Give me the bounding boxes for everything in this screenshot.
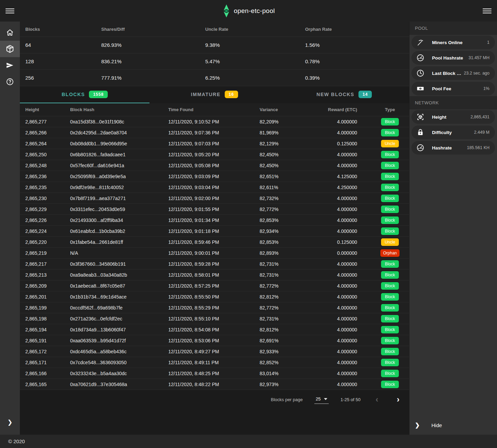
block-height: 2,865,194	[20, 327, 65, 332]
table-row: 2,865,194 0x18d734a9...13b6060f47 12/11/…	[20, 324, 409, 335]
block-height: 2,865,235	[20, 185, 65, 190]
block-time-found: 12/11/2020, 9:05:08 PM	[163, 163, 254, 168]
block-hash[interactable]: N/A	[65, 250, 163, 256]
tab-immature[interactable]: IMMATURE 16	[149, 86, 279, 103]
block-height: 2,865,250	[20, 152, 65, 157]
block-hash[interactable]: 0x3233243e...b5a4aa30dc	[65, 371, 163, 376]
block-hash[interactable]: 0x1b31b734...69c1d45ace	[65, 294, 163, 300]
block-variance: 82,611%	[254, 185, 311, 190]
right-sidebar: POOL Miners Online 1 Pool Hashrate 31.45…	[409, 22, 497, 435]
block-reward: 4.000000	[311, 327, 371, 332]
sidebar-item-help[interactable]	[0, 74, 20, 90]
sidebar-item-payments[interactable]	[0, 57, 20, 74]
table-row: 2,865,166 0x3233243e...b5a4aa30dc 12/11/…	[20, 368, 409, 379]
block-reward: 4.000000	[311, 316, 371, 321]
stats-header: Uncle Rate	[200, 27, 300, 32]
block-hash[interactable]: 0x21493300...af2ff9ba34	[65, 218, 163, 223]
block-type-chip: Block	[381, 326, 399, 333]
table-row: 2,865,219 N/A 12/11/2020, 9:00:01 PM 82,…	[20, 248, 409, 259]
block-hash[interactable]: 0x9df2e98e...811fc40052	[65, 185, 163, 190]
sidebar-item-home[interactable]	[0, 24, 20, 41]
block-variance: 82,450%	[254, 163, 311, 168]
next-page-button[interactable]: ›	[393, 395, 403, 404]
block-variance: 82,933%	[254, 349, 311, 354]
block-variance: 82,772%	[254, 207, 311, 212]
block-hash[interactable]: 0x2dc4295d...2dae0a8704	[65, 130, 163, 135]
block-hash[interactable]: 0x271a236c...0efcfdf2ec	[65, 316, 163, 321]
stat-value: 1	[485, 40, 489, 45]
block-hash[interactable]: 0x18d734a9...13b6060f47	[65, 327, 163, 332]
stats-row: 256777.91%6.25%0.39%	[20, 70, 409, 86]
blocks-table: HeightBlock HashTime FoundVarianceReward…	[20, 103, 409, 390]
block-time-found: 12/11/2020, 8:57:25 PM	[163, 283, 254, 289]
block-hash[interactable]: 0x7b8f7199...aea377a271	[65, 196, 163, 201]
stats-cell: 6.25%	[200, 75, 300, 81]
block-hash[interactable]: 0x1fabe54a...2661de81ff	[65, 239, 163, 245]
sidebar-item-blocks[interactable]	[0, 41, 20, 57]
left-menu-icon[interactable]	[5, 6, 14, 15]
hide-sidebar-button[interactable]: ❯ Hide	[409, 416, 497, 435]
blocks-tabs: BLOCKS 1558 IMMATURE 16 NEW BLOCKS 14	[20, 86, 409, 103]
block-hash[interactable]: 0x3f367660...345806b191	[65, 261, 163, 267]
stats-row: 64826.93%9.38%1.56%	[20, 37, 409, 53]
stats-cell: 0.39%	[300, 75, 409, 81]
block-type-chip: Block	[381, 227, 399, 235]
help-icon	[6, 78, 14, 86]
block-height: 2,865,201	[20, 294, 65, 300]
block-hash[interactable]: 0xaa063539...b95d41d72f	[65, 338, 163, 343]
sidebar-expand-button[interactable]: ❯	[0, 414, 20, 431]
block-type-cell: Block	[371, 381, 409, 388]
block-time-found: 12/11/2020, 8:55:10 PM	[163, 316, 254, 321]
block-time-found: 12/11/2020, 8:59:46 PM	[163, 239, 254, 245]
block-hash[interactable]: 0xb08dd0b1...99e066d95e	[65, 141, 163, 146]
block-height: 2,865,277	[20, 119, 65, 124]
block-variance: 82,772%	[254, 283, 311, 289]
block-hash[interactable]: 0x61eabfcd...1b0cba39b2	[65, 228, 163, 234]
block-type-chip: Block	[381, 293, 399, 301]
gauge-icon	[416, 54, 424, 62]
stat-label: Height	[432, 115, 446, 120]
block-hash[interactable]: 0x25095f69...a0d39e9e5a	[65, 174, 163, 179]
block-hash[interactable]: 0x1aebeca8...8f67c05e87	[65, 283, 163, 289]
left-sidebar: ❯	[0, 22, 20, 435]
block-reward: 4.000000	[311, 152, 371, 157]
block-type-chip: Uncle	[381, 140, 399, 147]
table-row: 2,865,266 0x2dc4295d...2dae0a8704 12/11/…	[20, 127, 409, 138]
send-icon	[5, 61, 14, 70]
main-content: BlocksShares/DiffUncle RateOrphan Rate64…	[20, 22, 409, 435]
cube-scan-icon	[416, 113, 424, 121]
tab-blocks[interactable]: BLOCKS 1558	[20, 86, 149, 103]
pool-stats-list: Miners Online 1 Pool Hashrate 31.457 MH …	[409, 35, 497, 96]
block-hash[interactable]: 0x6b801826...fa9adcaee1	[65, 152, 163, 157]
block-hash[interactable]: 0xa9a8eab3...03a340a82b	[65, 272, 163, 278]
block-hash[interactable]: 0x3311efec...20453d0e59	[65, 207, 163, 212]
block-height: 2,865,198	[20, 316, 65, 321]
block-type-cell: Block	[371, 282, 409, 290]
block-type-chip: Block	[381, 271, 399, 279]
block-hash[interactable]: 0xdc465d5a...a58beb436c	[65, 349, 163, 354]
block-hash[interactable]: 0x57fec60f...da616e941a	[65, 163, 163, 168]
block-hash[interactable]: 0xccdf562f...69a698b7fe	[65, 305, 163, 311]
block-reward: 4.000000	[311, 272, 371, 278]
block-type-cell: Block	[371, 216, 409, 224]
right-menu-icon[interactable]	[483, 6, 492, 15]
tab-new-blocks[interactable]: NEW BLOCKS 14	[279, 86, 409, 103]
table-row: 2,865,248 0x57fec60f...da616e941a 12/11/…	[20, 160, 409, 171]
app-logo-title: open-etc-pool	[222, 4, 275, 18]
block-type-chip: Block	[381, 282, 399, 290]
stats-cell: 256	[20, 75, 96, 81]
stats-cell: 0.78%	[300, 58, 409, 64]
prev-page-button[interactable]: ‹	[372, 395, 382, 404]
pickaxe-icon	[416, 38, 424, 47]
block-hash[interactable]: 0xa15d3f38...0e31f1908c	[65, 119, 163, 124]
stats-cell: 777.91%	[96, 75, 200, 81]
block-type-cell: Block	[371, 162, 409, 169]
block-type-cell: Block	[371, 293, 409, 301]
block-time-found: 12/11/2020, 8:49:11 PM	[163, 360, 254, 365]
block-variance: 82,129%	[254, 141, 311, 146]
per-page-label: Blocks per page	[271, 397, 303, 402]
block-type-chip: Block	[381, 370, 399, 377]
per-page-select[interactable]: 25	[314, 395, 329, 404]
block-hash[interactable]: 0xa70621d9...37e305468a	[65, 382, 163, 387]
block-hash[interactable]: 0x7cdce548...3636093050	[65, 360, 163, 365]
